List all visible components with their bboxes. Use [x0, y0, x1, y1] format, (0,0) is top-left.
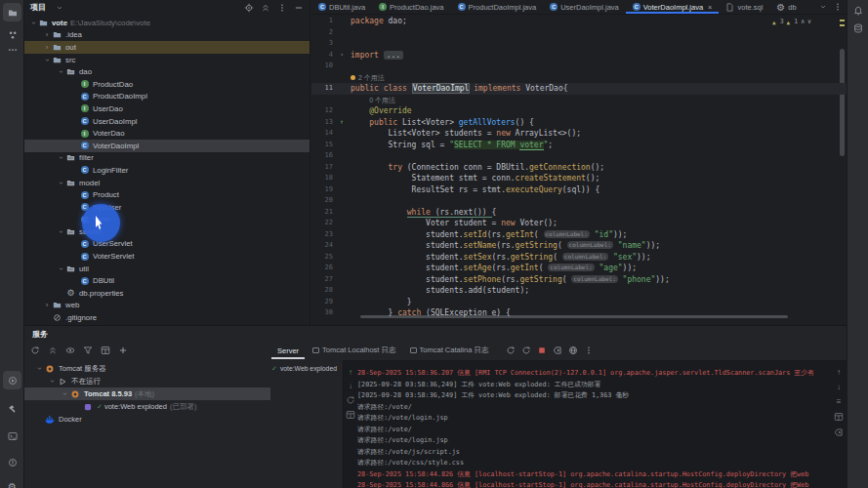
services-tree-item-不在运行[interactable]: ›不在运行 [24, 375, 270, 387]
options-kebab-icon[interactable] [277, 3, 287, 13]
services-tab-Tomcat Localhost 日志[interactable]: Tomcat Localhost 日志 [307, 342, 401, 359]
services-tree-item-Docker[interactable]: Docker [24, 413, 270, 426]
project-tree-item-UserDao[interactable]: IUserDao [24, 102, 310, 115]
scroll-to-end-icon[interactable] [834, 412, 844, 422]
show-options-eye-icon[interactable] [65, 346, 75, 355]
code-line-24[interactable]: 24 student.setName(rs.getString( columnL… [311, 240, 847, 252]
services-tab-Tomcat Catalina 日志[interactable]: Tomcat Catalina 日志 [404, 342, 495, 359]
project-tree-item-db.properties[interactable]: ⚙db.properties [24, 287, 310, 300]
project-tree-item-vote[interactable]: ›voteE:\JavaStudy\code\vote [24, 17, 310, 29]
services-icon[interactable] [3, 371, 21, 389]
services-tree-item-Tomcat 8.5.93[interactable]: ›Tomcat 8.5.93(本地) [24, 387, 270, 400]
editor-tab-UserDaoImpl.java[interactable]: CUserDaoImpl.java [543, 0, 626, 14]
code-line-1[interactable]: 1package dao; [311, 16, 847, 27]
override-marker-icon[interactable]: ↑ [340, 117, 344, 129]
project-tree-item-LoginFilter[interactable]: CLoginFilter [24, 164, 310, 177]
notifications-bell-icon[interactable] [849, 2, 867, 20]
project-tree-item-ProductDao[interactable]: IProductDao [24, 78, 310, 91]
more-actions-icon[interactable] [584, 346, 594, 355]
expand-arrow-icon[interactable]: › [43, 55, 52, 64]
project-tree-item-DBUtil[interactable]: CDBUtil [24, 274, 310, 287]
scroll-down-icon[interactable]: ↓ [349, 382, 352, 390]
terminal-icon[interactable] [3, 427, 21, 445]
code-line-2[interactable]: 2 [311, 27, 847, 39]
expand-arrow-icon[interactable]: › [57, 226, 65, 236]
services-tab-Server[interactable]: Server [271, 342, 305, 359]
project-tree-item-UserDaoImpl[interactable]: CUserDaoImpl [24, 115, 310, 128]
project-tree-item-VoterDao[interactable]: IVoterDao [24, 127, 310, 140]
project-tree-item-out[interactable]: ›out [24, 41, 310, 54]
collapse-all-icon[interactable] [261, 3, 270, 13]
code-line-22[interactable]: 22 Voter student = new Voter(); [311, 218, 847, 229]
code-line-23[interactable]: 23 student.setId(rs.getInt( columnLabel:… [311, 229, 847, 241]
code-line-25[interactable]: 25 student.setSex(rs.getString( columnLa… [311, 252, 847, 264]
project-tree-item-Product[interactable]: CProduct [24, 188, 310, 201]
editor-tab-ProductDaoImpl.java[interactable]: CProductDaoImpl.java [451, 0, 544, 14]
more-tool-windows-icon[interactable] [3, 40, 21, 59]
editor-tab-DBUtil.java[interactable]: CDBUtil.java [311, 0, 372, 14]
code-line-28[interactable]: 28 students.add(student); [311, 285, 847, 297]
project-tree-item-src[interactable]: ›src [24, 54, 310, 66]
code-line-27[interactable]: 27 student.setPhone(rs.getString( column… [311, 274, 847, 286]
code-line-3[interactable]: 3 [311, 38, 847, 50]
code-line-26[interactable]: 26 student.setAge(rs.getInt( columnLabel… [311, 263, 847, 274]
project-tree-item-filter[interactable]: ›filter [24, 152, 310, 165]
problems-icon[interactable] [3, 453, 21, 471]
hide-panel-icon[interactable] [294, 3, 304, 13]
refresh-icon[interactable] [30, 346, 40, 355]
add-service-icon[interactable] [118, 346, 128, 355]
close-tab-icon[interactable]: × [708, 3, 712, 12]
tab-list-chevron-icon[interactable] [819, 3, 827, 11]
fold-arrow-icon[interactable]: › [340, 50, 344, 61]
rerun-server-icon[interactable] [506, 346, 516, 355]
project-tree-item-ProductDaoImpl[interactable]: CProductDaoImpl [24, 91, 310, 103]
code-line-16[interactable]: 16 [311, 150, 847, 162]
settings-icon[interactable]: ⚙ [3, 477, 21, 488]
editor-tab-vote.sql[interactable]: vote.sql [719, 0, 769, 14]
services-tree-item-vote:Web exploded[interactable]: ✓vote:Web exploded(已部署) [24, 400, 270, 413]
expand-arrow-icon[interactable]: › [57, 264, 65, 273]
editor-tab-VoterDaoImpl.java[interactable]: CVoterDaoImpl.java× [626, 0, 720, 14]
intention-bulb-icon[interactable] [351, 75, 355, 80]
usages-hint[interactable]: 0 个用法 [337, 95, 395, 106]
code-line-17[interactable]: 17 try (Connection conn = DBUtil.getConn… [311, 162, 847, 174]
locate-file-icon[interactable] [244, 3, 254, 13]
tab-options-kebab-icon[interactable] [833, 2, 843, 12]
code-line-11[interactable]: 11public class VoterDaoImpl implements V… [311, 83, 847, 95]
monitor-icon[interactable] [346, 410, 355, 420]
expand-arrow-icon[interactable]: › [57, 153, 65, 163]
server-console[interactable]: ↑↓ 28-Sep-2025 15:58:36.207 信息 [RMI TCP … [343, 360, 847, 488]
project-tree-item-.idea[interactable]: ›.idea [24, 29, 310, 42]
refresh-deployment-icon[interactable] [521, 346, 531, 355]
project-tree-item-.gitignore[interactable]: .gitignore [24, 311, 310, 324]
code-line-12[interactable]: 12 @Override [311, 105, 847, 117]
chevron-down-icon[interactable] [56, 4, 63, 12]
deployment-list-item[interactable]: ✓ vote:Web exploded [271, 365, 342, 373]
editor-tab-ProductDao.java[interactable]: IProductDao.java [372, 0, 450, 14]
editor-tab-db[interactable]: ⚙db [769, 0, 803, 14]
next-occurrence-icon[interactable]: ↓ [837, 383, 841, 391]
project-folder-icon[interactable] [3, 3, 21, 21]
project-tree-item-SysUser[interactable]: CSysUser [24, 201, 310, 214]
project-tree-item-util[interactable]: ›util [24, 263, 310, 275]
stop-server-icon[interactable] [537, 346, 547, 355]
code-line-21[interactable]: 21 while (rs.next()) { [311, 207, 847, 219]
code-editor[interactable]: ▲3 ▲1 ∧ ∨ 1package dao;234›import ...102… [311, 16, 847, 325]
project-tree-item-dao[interactable]: ›dao [24, 65, 310, 78]
expand-arrow-icon[interactable]: › [48, 377, 57, 386]
code-line-13[interactable]: 13↑ public List<Voter> getAllVoters() { [311, 117, 847, 129]
restart-icon[interactable] [346, 395, 355, 405]
clear-all-icon[interactable] [834, 427, 844, 437]
database-icon[interactable] [849, 20, 867, 37]
code-line-18[interactable]: 18 Statement stmt = conn.createStatement… [311, 173, 847, 184]
expand-arrow-icon[interactable]: › [35, 364, 44, 374]
scroll-up-icon[interactable]: ↑ [349, 368, 352, 377]
expand-arrow-icon[interactable]: › [57, 178, 65, 187]
code-line-4[interactable]: 4›import ... [311, 50, 847, 61]
open-browser-icon[interactable] [568, 346, 578, 355]
code-line-20[interactable]: 20 [311, 195, 847, 207]
usages-hint[interactable]: 2 个用法 [337, 72, 385, 84]
prev-occurrence-icon[interactable]: ↑ [837, 368, 841, 377]
expand-arrow-icon[interactable]: › [42, 30, 52, 39]
project-tree-item-Voter[interactable]: CVoter [24, 214, 310, 226]
